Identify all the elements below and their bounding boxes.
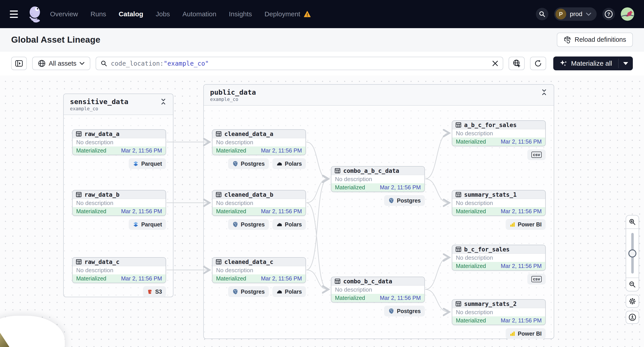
nav-item-overview[interactable]: Overview [50,10,78,18]
tag-label: Parquet [141,161,162,167]
materialize-all-label: Materialize all [571,60,612,67]
asset-tag-postgres[interactable]: Postgres [228,219,269,230]
asset-node-cleaned_data_c[interactable]: cleaned_data_cNo descriptionMaterialized… [212,257,306,297]
asset-node-combo_b_c_data[interactable]: combo_b_c_dataNo descriptionMaterialized… [331,277,425,317]
caret-down-icon [623,62,628,65]
asset-timestamp: Mar 2, 11:56 PM [380,184,421,191]
asset-tags: S3 [72,286,166,297]
tag-label: Polars [285,221,302,228]
asset-node-b_c_for_sales[interactable]: b_c_for_salesNo descriptionMaterializedM… [452,245,546,285]
zoom-slider-thumb[interactable] [628,249,636,258]
asset-card[interactable]: b_c_for_salesNo descriptionMaterializedM… [452,245,546,271]
asset-name: cleaned_data_c [224,259,273,265]
asset-tag-parquet[interactable]: Parquet [129,158,166,169]
asset-node-cleaned_data_a[interactable]: cleaned_data_aNo descriptionMaterialized… [212,129,306,169]
asset-node-raw_data_a[interactable]: raw_data_aNo descriptionMaterializedMar … [72,129,166,169]
asset-tag-parquet[interactable]: Parquet [129,219,166,230]
asset-tag-polars[interactable]: Polars [272,158,306,169]
asset-card[interactable]: a_b_c_for_salesNo descriptionMaterialize… [452,120,546,146]
zoom-in-icon[interactable] [626,216,639,228]
nav-item-insights[interactable]: Insights [229,10,252,18]
graph-settings-gear-icon[interactable] [626,295,639,308]
asset-tags: csv [452,274,546,285]
asset-card[interactable]: raw_data_cNo descriptionMaterializedMar … [72,257,166,283]
minimap-panel[interactable] [0,316,65,347]
asset-tag-polars[interactable]: Polars [272,219,306,230]
zoom-out-icon[interactable] [626,278,639,291]
clear-search-icon[interactable] [492,60,498,66]
table-icon [76,192,82,198]
lineage-canvas[interactable]: sensitive_data example_co public_data ex… [0,75,644,347]
asset-tag-csv[interactable]: csv [527,274,546,285]
dagster-logo-icon[interactable] [26,5,44,23]
asset-node-raw_data_c[interactable]: raw_data_cNo descriptionMaterializedMar … [72,257,166,297]
search-icon[interactable] [536,8,548,20]
asset-status-row: MaterializedMar 2, 11:56 PM [332,294,424,302]
asset-card[interactable]: combo_b_c_dataNo descriptionMaterialized… [331,277,425,303]
asset-tag-postgres[interactable]: Postgres [384,195,425,206]
asset-card[interactable]: cleaned_data_bNo descriptionMaterialized… [212,190,306,216]
nav-item-automation[interactable]: Automation [182,10,216,18]
download-graph-icon[interactable] [626,311,639,324]
asset-card[interactable]: raw_data_aNo descriptionMaterializedMar … [72,129,166,155]
tag-label: Postgres [241,161,265,167]
asset-name: b_c_for_sales [464,246,510,253]
asset-tags: Parquet [72,158,166,169]
asset-status: Materialized [76,275,106,282]
powerbi-icon [510,331,515,337]
asset-status: Materialized [456,138,486,145]
group-header: public_data example_co [204,85,554,106]
page-title: Global Asset Lineage [11,35,100,45]
csv-icon: csv [532,276,542,282]
asset-card-header: a_b_c_for_sales [452,121,545,129]
asset-tag-polars[interactable]: Polars [272,286,306,297]
reload-definitions-button[interactable]: Reload definitions [557,32,633,47]
asset-tag-s3[interactable]: S3 [143,286,166,297]
asset-status: Materialized [335,184,365,191]
refresh-icon[interactable] [530,57,546,70]
menu-icon[interactable] [10,7,24,21]
asset-tag-postgres[interactable]: Postgres [228,286,269,297]
asset-tags: Parquet [72,219,166,230]
collapse-group-icon[interactable] [541,88,548,96]
polars-icon [276,161,282,167]
asset-tags: Postgres [331,195,425,206]
asset-card[interactable]: raw_data_bNo descriptionMaterializedMar … [72,190,166,216]
asset-node-cleaned_data_b[interactable]: cleaned_data_bNo descriptionMaterialized… [212,190,306,230]
asset-tag-power-bi[interactable]: Power BI [506,219,546,230]
help-icon[interactable]: ? [602,8,615,20]
asset-status: Materialized [216,275,246,282]
sidebar-toggle-icon[interactable] [11,57,27,70]
asset-node-raw_data_b[interactable]: raw_data_bNo descriptionMaterializedMar … [72,190,166,230]
asset-card[interactable]: cleaned_data_cNo descriptionMaterialized… [212,257,306,283]
materialize-options-caret[interactable] [618,56,633,70]
asset-scope-label: All assets [49,60,76,67]
globe-add-icon[interactable] [508,57,525,70]
asset-node-summary_stats_1[interactable]: summary_stats_1No descriptionMaterialize… [452,190,546,230]
asset-timestamp: Mar 2, 11:56 PM [121,147,162,154]
asset-tag-postgres[interactable]: Postgres [384,306,425,317]
nav-item-runs[interactable]: Runs [90,10,106,18]
materialize-all-button[interactable]: Materialize all [553,56,618,70]
zoom-slider[interactable] [626,229,639,278]
asset-scope-dropdown[interactable]: All assets [32,57,90,70]
asset-tags: Power BI [452,328,546,339]
nav-item-catalog[interactable]: Catalog [119,10,143,18]
nav-item-deployment[interactable]: Deployment [264,10,310,18]
asset-tag-postgres[interactable]: Postgres [228,158,269,169]
asset-node-combo_a_b_c_data[interactable]: combo_a_b_c_dataNo descriptionMaterializ… [331,166,425,206]
user-avatar[interactable] [621,7,634,21]
nav-item-jobs[interactable]: Jobs [156,10,170,18]
asset-card[interactable]: summary_stats_2No descriptionMaterialize… [452,299,546,325]
asset-card[interactable]: combo_a_b_c_dataNo descriptionMaterializ… [331,166,425,192]
collapse-group-icon[interactable] [160,98,167,106]
asset-card[interactable]: summary_stats_1No descriptionMaterialize… [452,190,546,216]
deployment-switcher[interactable]: P prod [554,7,597,21]
asset-card[interactable]: cleaned_data_aNo descriptionMaterialized… [212,129,306,155]
asset-status-row: MaterializedMar 2, 11:56 PM [332,183,424,192]
asset-node-summary_stats_2[interactable]: summary_stats_2No descriptionMaterialize… [452,299,546,339]
asset-node-a_b_c_for_sales[interactable]: a_b_c_for_salesNo descriptionMaterialize… [452,120,546,160]
asset-tag-power-bi[interactable]: Power BI [506,328,546,339]
asset-tag-csv[interactable]: csv [527,149,546,160]
search-input[interactable]: code_location:"example_co" [96,57,503,70]
